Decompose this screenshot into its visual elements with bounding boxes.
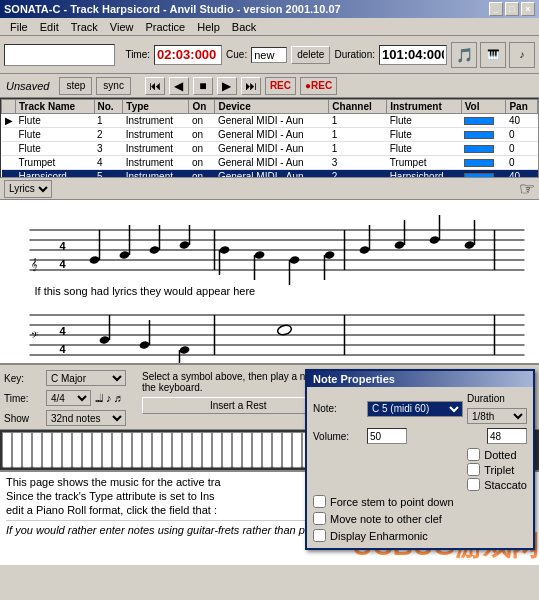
track-table-container: Track Name No. Type On Device Channel In… [0,98,539,178]
note-sym-8th[interactable]: ♪ [106,392,112,404]
note-sym-quarter[interactable]: ♩ [99,392,104,405]
note-row: Note: C 5 (midi 60) Duration 1/8th 1/4 [313,393,527,424]
dialog-triplet-check[interactable] [467,463,480,476]
back-button[interactable]: ◀ [169,77,189,95]
forward-button[interactable]: ▶ [217,77,237,95]
close-button[interactable]: × [521,2,535,16]
cell-pan: 0 [506,128,538,142]
dialog-staccato-check[interactable] [467,478,480,491]
show-select[interactable]: 32nd notes 16th notes [46,410,126,426]
sheet-icon[interactable]: ♪ [509,42,535,68]
duration-num-input[interactable] [487,428,527,444]
piano-white-key[interactable] [42,432,52,468]
piano-white-key[interactable] [112,432,122,468]
table-row[interactable]: Harpsicord 5 Instrument on General MIDI … [2,170,538,179]
metronome-icon[interactable]: 🎵 [451,42,477,68]
piano-white-key[interactable] [292,432,302,468]
piano-white-key[interactable] [2,432,12,468]
note-select[interactable]: C 5 (midi 60) [367,401,463,417]
delete-button[interactable]: delete [291,46,330,64]
move-note-row: Move note to other clef [313,512,527,525]
sync-button[interactable]: sync [96,77,131,95]
cell-vol [461,128,506,142]
piano-white-key[interactable] [242,432,252,468]
treble-staff: 𝄞 4 4 [30,215,525,297]
volume-input[interactable] [367,428,407,444]
time-input[interactable] [154,45,222,65]
col-pan: Pan [506,100,538,114]
table-header-row: Track Name No. Type On Device Channel In… [2,100,538,114]
menu-edit[interactable]: Edit [34,20,65,34]
duration-input[interactable] [379,45,447,65]
menu-practice[interactable]: Practice [139,20,191,34]
table-row[interactable]: Flute 3 Instrument on General MIDI - Aun… [2,142,538,156]
piano-white-key[interactable] [232,432,242,468]
piano-white-key[interactable] [22,432,32,468]
piano-white-key[interactable] [202,432,212,468]
piano-white-key[interactable] [82,432,92,468]
piano-white-key[interactable] [222,432,232,468]
force-stem-check[interactable] [313,495,326,508]
hrec-button[interactable]: ●REC [300,77,337,95]
piano-white-key[interactable] [32,432,42,468]
move-note-label: Move note to other clef [330,513,442,525]
rec-button[interactable]: REC [265,77,296,95]
menu-track[interactable]: Track [65,20,104,34]
piano-white-key[interactable] [12,432,22,468]
table-row[interactable]: ▶ Flute 1 Instrument on General MIDI - A… [2,114,538,128]
note-7 [289,255,300,264]
menu-back[interactable]: Back [226,20,262,34]
menu-help[interactable]: Help [191,20,226,34]
piano-white-key[interactable] [92,432,102,468]
bass-note-whole [277,324,293,336]
minimize-button[interactable]: _ [489,2,503,16]
piano-white-key[interactable] [122,432,132,468]
end-button[interactable]: ⏭ [241,77,261,95]
bass-staff: 𝄢 4 4 [30,315,525,365]
display-enharm-check[interactable] [313,529,326,542]
key-select[interactable]: C Major G Major [46,370,126,386]
piano-white-key[interactable] [62,432,72,468]
stop-button[interactable]: ■ [193,77,213,95]
piano-white-key[interactable] [132,432,142,468]
move-note-check[interactable] [313,512,326,525]
col-on: On [189,100,215,114]
piano-white-key[interactable] [72,432,82,468]
note-sym-16th[interactable]: ♬ [114,392,122,404]
piano-icon[interactable]: 🎹 [480,42,506,68]
note-props-dialog: Note Properties Note: C 5 (midi 60) Dura… [305,369,535,550]
duration-checks-row: Dotted Triplet Staccato [313,448,527,491]
piano-white-key[interactable] [172,432,182,468]
piano-white-key[interactable] [192,432,202,468]
menu-file[interactable]: File [4,20,34,34]
note-4 [179,240,190,249]
cue-input[interactable] [251,47,287,63]
piano-white-key[interactable] [142,432,152,468]
piano-white-key[interactable] [262,432,272,468]
duration-num-section [487,428,527,444]
cell-pan: 0 [506,142,538,156]
piano-white-key[interactable] [102,432,112,468]
piano-white-key[interactable] [182,432,192,468]
table-row[interactable]: Trumpet 4 Instrument on General MIDI - A… [2,156,538,170]
cell-trackname: Flute [16,142,95,156]
piano-white-key[interactable] [272,432,282,468]
window-controls[interactable]: _ □ × [489,2,535,16]
lyrics-select[interactable]: Lyrics [4,180,52,198]
menu-view[interactable]: View [104,20,140,34]
step-button[interactable]: step [59,77,92,95]
table-row[interactable]: Flute 2 Instrument on General MIDI - Aun… [2,128,538,142]
maximize-button[interactable]: □ [505,2,519,16]
piano-white-key[interactable] [282,432,292,468]
rewind-button[interactable]: ⏮ [145,77,165,95]
dialog-dotted-check[interactable] [467,448,480,461]
piano-white-key[interactable] [252,432,262,468]
cell-device: General MIDI - Aun [215,114,329,128]
duration-select[interactable]: 1/8th 1/4 [467,408,527,424]
piano-white-key[interactable] [212,432,222,468]
time-select[interactable]: 4/4 3/4 [46,390,91,406]
staff-svg: 𝄞 4 4 [0,200,539,365]
piano-white-key[interactable] [152,432,162,468]
piano-white-key[interactable] [52,432,62,468]
piano-white-key[interactable] [162,432,172,468]
